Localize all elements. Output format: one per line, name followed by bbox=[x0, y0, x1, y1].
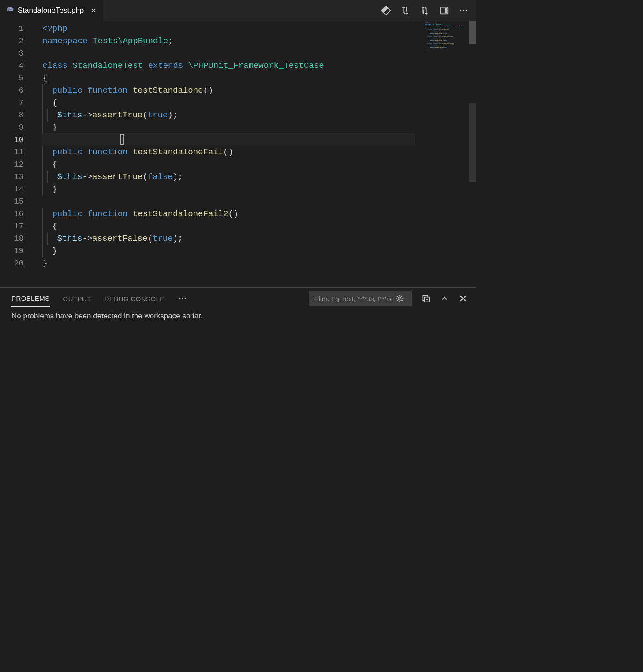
line-number: 12 bbox=[0, 158, 35, 171]
line-number: 3 bbox=[0, 47, 35, 60]
code-line[interactable]: } bbox=[42, 121, 476, 134]
line-number: 11 bbox=[0, 146, 35, 158]
tab-output[interactable]: OUTPUT bbox=[63, 291, 91, 307]
code-line[interactable]: public function testStandaloneFail() bbox=[42, 146, 476, 158]
svg-rect-6 bbox=[445, 7, 447, 13]
code-line[interactable]: public function testStandaloneFail2() bbox=[42, 208, 476, 220]
close-panel-icon[interactable] bbox=[459, 294, 467, 303]
svg-text:php: php bbox=[8, 8, 12, 11]
line-number: 19 bbox=[0, 245, 35, 257]
diff-icon[interactable] bbox=[381, 6, 391, 15]
code-line[interactable]: { bbox=[42, 220, 476, 232]
line-number: 17 bbox=[0, 220, 35, 232]
scrollbar-region bbox=[469, 103, 476, 182]
line-number: 4 bbox=[0, 60, 35, 72]
code-line[interactable]: } bbox=[42, 183, 476, 195]
tab-problems[interactable]: PROBLEMS bbox=[11, 290, 50, 307]
tab-bar: php StandaloneTest.php bbox=[0, 0, 476, 21]
tab-debug-console[interactable]: DEBUG CONSOLE bbox=[105, 291, 164, 307]
split-editor-icon[interactable] bbox=[439, 6, 449, 15]
line-number: 2 bbox=[0, 35, 35, 47]
code-line[interactable]: { bbox=[42, 158, 476, 171]
code-line[interactable] bbox=[42, 134, 415, 146]
code-line[interactable]: } bbox=[42, 257, 476, 269]
panel-tabs: PROBLEMS OUTPUT DEBUG CONSOLE bbox=[11, 290, 187, 307]
code-line[interactable]: namespace Tests\AppBundle; bbox=[42, 35, 476, 47]
line-number: 10 bbox=[0, 134, 35, 146]
more-icon[interactable] bbox=[459, 6, 468, 15]
problems-filter[interactable] bbox=[309, 291, 412, 306]
tab-filename: StandaloneTest.php bbox=[18, 6, 84, 15]
svg-point-10 bbox=[179, 298, 180, 299]
panel-more-icon[interactable] bbox=[178, 294, 187, 303]
collapse-all-icon[interactable] bbox=[422, 294, 430, 303]
scrollbar-thumb[interactable] bbox=[469, 21, 476, 44]
compare-2-icon[interactable] bbox=[420, 6, 430, 15]
tabs: php StandaloneTest.php bbox=[0, 0, 104, 21]
line-number: 9 bbox=[0, 121, 35, 134]
tab-standalonetest[interactable]: php StandaloneTest.php bbox=[0, 0, 104, 21]
svg-point-12 bbox=[184, 298, 186, 299]
vertical-scrollbar[interactable] bbox=[469, 21, 476, 287]
code-line[interactable]: <?php bbox=[42, 22, 476, 35]
close-icon[interactable] bbox=[90, 7, 97, 14]
chevron-up-icon[interactable] bbox=[440, 294, 449, 303]
code-line[interactable] bbox=[42, 195, 476, 208]
line-number: 6 bbox=[0, 84, 35, 97]
panel-header: PROBLEMS OUTPUT DEBUG CONSOLE bbox=[0, 288, 476, 309]
code-line[interactable]: { bbox=[42, 97, 476, 109]
editor-actions bbox=[381, 0, 476, 21]
line-number: 16 bbox=[0, 208, 35, 220]
svg-point-8 bbox=[463, 10, 464, 11]
code-area[interactable]: <?phpnamespace Tests\AppBundle;class Sta… bbox=[35, 21, 476, 287]
line-number: 14 bbox=[0, 183, 35, 195]
line-number: 13 bbox=[0, 171, 35, 183]
problems-message: No problems have been detected in the wo… bbox=[0, 309, 476, 323]
line-number: 15 bbox=[0, 195, 35, 208]
code-line[interactable]: $this->assertTrue(false); bbox=[42, 171, 476, 183]
problems-filter-input[interactable] bbox=[313, 295, 393, 302]
svg-point-7 bbox=[460, 10, 462, 11]
line-number: 20 bbox=[0, 257, 35, 269]
minimap[interactable]: <?phpnamespace Tests\AppBundle;class Sta… bbox=[425, 22, 467, 52]
svg-point-11 bbox=[182, 298, 183, 299]
panel: PROBLEMS OUTPUT DEBUG CONSOLE bbox=[0, 287, 476, 498]
line-number: 1 bbox=[0, 22, 35, 35]
code-line[interactable]: { bbox=[42, 72, 476, 84]
line-number-gutter: 1234567891011121314151617181920 bbox=[0, 21, 35, 287]
code-line[interactable]: public function testStandalone() bbox=[42, 84, 476, 97]
filter-settings-icon[interactable] bbox=[395, 294, 404, 303]
code-line[interactable]: class StandaloneTest extends \PHPUnit_Fr… bbox=[42, 60, 476, 72]
line-number: 8 bbox=[0, 109, 35, 121]
text-cursor bbox=[120, 134, 124, 145]
line-number: 5 bbox=[0, 72, 35, 84]
code-line[interactable]: } bbox=[42, 245, 476, 257]
svg-point-9 bbox=[466, 10, 467, 11]
code-line[interactable] bbox=[42, 47, 476, 60]
php-file-icon: php bbox=[6, 5, 14, 15]
code-line[interactable]: $this->assertTrue(true); bbox=[42, 109, 476, 121]
compare-1-icon[interactable] bbox=[400, 6, 410, 15]
panel-actions bbox=[309, 291, 467, 306]
editor: 1234567891011121314151617181920 <?phpnam… bbox=[0, 21, 476, 287]
code-line[interactable]: $this->assertFalse(true); bbox=[42, 232, 476, 245]
line-number: 7 bbox=[0, 97, 35, 109]
line-number: 18 bbox=[0, 232, 35, 245]
